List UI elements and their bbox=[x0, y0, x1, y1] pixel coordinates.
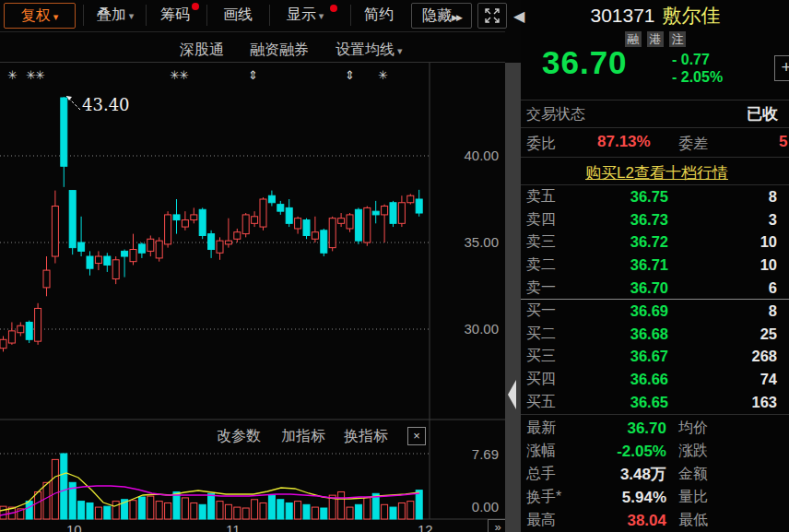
event-marker-icon: ✳ bbox=[7, 68, 17, 82]
stat-label: 总手 bbox=[526, 465, 583, 484]
display-label: 显示 bbox=[287, 6, 316, 22]
level-label: 卖二 bbox=[526, 255, 569, 275]
restoration-button[interactable]: 复权▾ bbox=[4, 3, 76, 29]
notification-dot-icon bbox=[192, 3, 199, 10]
close-icon: × bbox=[413, 429, 420, 443]
level-price: 36.68 bbox=[569, 325, 668, 343]
stat-value-high: 38.04 bbox=[583, 512, 666, 530]
collapse-panel-handle[interactable] bbox=[508, 380, 516, 409]
level-label: 卖五 bbox=[526, 187, 569, 207]
chip-distribution-button[interactable]: 筹码 bbox=[149, 3, 201, 27]
stock-title: 301371敷尔佳 bbox=[549, 3, 761, 29]
stats-row: 涨幅-2.05% 涨跌▼0. bbox=[521, 440, 789, 463]
level-volume: 8 bbox=[668, 188, 777, 206]
volume-axis-tick: 7.69 bbox=[443, 446, 499, 462]
sell-2-row[interactable]: 卖二36.7110 bbox=[521, 254, 789, 277]
x-axis-month-label: 12 bbox=[418, 522, 433, 532]
panel-divider bbox=[521, 414, 789, 415]
change-absolute: - 0.77 bbox=[672, 51, 723, 68]
toolbar-divider bbox=[146, 5, 147, 26]
buy-4-row[interactable]: 买四36.6674 bbox=[521, 368, 789, 391]
level-volume: 10 bbox=[668, 256, 777, 274]
overlay-label: 叠加 bbox=[97, 6, 126, 22]
level-price: 36.66 bbox=[569, 371, 668, 388]
toolbar-divider bbox=[269, 5, 270, 26]
caret-down-icon: ▾ bbox=[397, 45, 403, 56]
last-price: 36.70 bbox=[542, 44, 628, 81]
stock-code: 301371 bbox=[590, 5, 654, 26]
trade-status-label: 交易状态 bbox=[526, 105, 585, 124]
high-price-annotation: 43.40 bbox=[82, 95, 130, 114]
level-volume: 163 bbox=[668, 394, 777, 411]
buy-3-row[interactable]: 买三36.67268 bbox=[521, 346, 789, 369]
toolbar: 复权▾ 叠加▾ 筹码 画线 显示▾ 简约 隐藏▶▶ bbox=[0, 0, 505, 32]
sell-4-row[interactable]: 卖四36.733 bbox=[521, 208, 789, 231]
buy-5-row[interactable]: 买五36.65163 bbox=[521, 391, 789, 414]
level-volume: 8 bbox=[668, 302, 777, 320]
weicha-label: 委差 bbox=[678, 135, 708, 154]
price-change: - 0.77 - 2.05% bbox=[672, 51, 723, 86]
sell-1-row[interactable]: 卖一36.706 bbox=[521, 277, 789, 300]
restoration-label: 复权 bbox=[21, 7, 51, 23]
double-chevron-icon: » bbox=[494, 520, 500, 532]
level-label: 买五 bbox=[526, 393, 569, 412]
buy-2-row[interactable]: 买二36.6825 bbox=[521, 323, 789, 346]
level-label: 卖一 bbox=[526, 278, 569, 298]
add-indicator-button[interactable]: 加指标 bbox=[281, 427, 325, 446]
margin-trading-tab[interactable]: 融资融券 bbox=[250, 39, 309, 61]
close-indicator-button[interactable]: × bbox=[407, 427, 426, 445]
overlay-button[interactable]: 叠加▾ bbox=[87, 3, 144, 27]
draw-line-button[interactable]: 画线 bbox=[212, 3, 264, 27]
expand-arrows-icon bbox=[485, 8, 500, 23]
level-volume: 3 bbox=[668, 211, 777, 229]
add-to-watchlist-button[interactable]: + bbox=[774, 55, 789, 81]
switch-indicator-button[interactable]: 换指标 bbox=[344, 427, 388, 446]
margin-badge: 融 bbox=[625, 31, 642, 47]
event-marker-icon: ⇕ bbox=[345, 68, 354, 82]
buy-l2-link[interactable]: 购买L2查看十档行情 bbox=[553, 162, 760, 183]
display-button[interactable]: 显示▾ bbox=[275, 3, 336, 27]
sell-3-row[interactable]: 卖三36.7210 bbox=[521, 231, 789, 254]
buy-1-row[interactable]: 买一36.698 bbox=[521, 300, 789, 323]
level-price: 36.70 bbox=[569, 279, 668, 297]
stat-label: 最低 bbox=[678, 511, 734, 530]
stat-value-last: 36.70 bbox=[583, 420, 666, 438]
price-axis-tick: 35.00 bbox=[443, 234, 499, 250]
stat-label: 量比 bbox=[678, 488, 734, 507]
weibi-label: 委比 bbox=[526, 135, 556, 154]
price-axis-tick: 30.00 bbox=[443, 321, 499, 337]
level-price: 36.72 bbox=[569, 233, 668, 251]
level-volume: 268 bbox=[668, 348, 777, 365]
hide-panel-button[interactable]: 隐藏▶▶ bbox=[411, 3, 472, 29]
back-arrow-icon[interactable]: ◀ bbox=[513, 7, 524, 25]
hk-connect-badge: 港 bbox=[647, 31, 664, 47]
panel-splitter[interactable] bbox=[505, 63, 521, 532]
candlestick-chart[interactable] bbox=[0, 63, 505, 532]
level-volume: 6 bbox=[668, 279, 777, 297]
level-price: 36.73 bbox=[569, 211, 668, 229]
level-price: 36.65 bbox=[569, 394, 668, 411]
level-volume: 74 bbox=[668, 371, 777, 388]
szse-connect-tab[interactable]: 深股通 bbox=[180, 39, 224, 61]
event-marker-icon: ⇕ bbox=[248, 68, 257, 82]
price-axis-tick: 40.00 bbox=[443, 148, 499, 163]
stock-name: 敷尔佳 bbox=[663, 5, 721, 26]
stats-grid: 最新36.70 均价37. 涨幅-2.05% 涨跌▼0. 总手3.48万 金额1… bbox=[521, 417, 789, 532]
ma-settings-tab[interactable]: 设置均线▾ bbox=[336, 39, 403, 61]
plus-icon: + bbox=[781, 57, 789, 77]
simple-mode-button[interactable]: 简约 bbox=[356, 3, 402, 27]
stat-label: 最高 bbox=[526, 511, 583, 530]
stats-row: 换手*5.94% 量比1. bbox=[521, 486, 789, 509]
level-label: 买三 bbox=[526, 347, 569, 366]
level-label: 买二 bbox=[526, 325, 569, 344]
level-label: 卖三 bbox=[526, 232, 569, 252]
level-price: 36.67 bbox=[569, 348, 668, 365]
fullscreen-button[interactable] bbox=[477, 3, 507, 29]
sell-5-row[interactable]: 卖五36.758 bbox=[521, 185, 789, 208]
level-price: 36.69 bbox=[569, 302, 668, 320]
toolbar-divider bbox=[83, 5, 84, 26]
double-chevron-right-icon: ▶▶ bbox=[452, 13, 461, 22]
chip-label: 筹码 bbox=[160, 6, 190, 22]
caret-down-icon: ▾ bbox=[53, 11, 59, 22]
change-params-button[interactable]: 改参数 bbox=[217, 427, 261, 446]
